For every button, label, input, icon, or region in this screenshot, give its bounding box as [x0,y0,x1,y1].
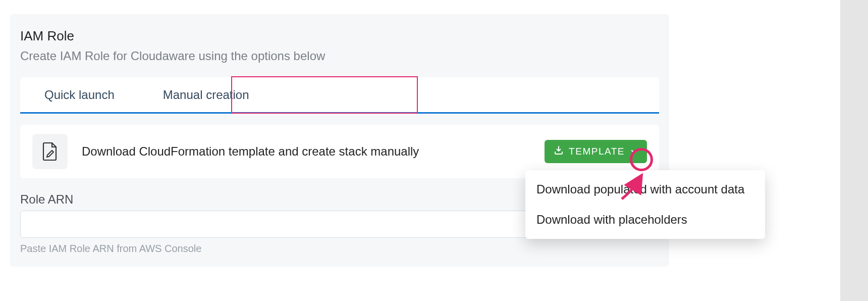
tab-quick-launch[interactable]: Quick launch [20,77,139,112]
tab-manual-creation[interactable]: Manual creation [139,77,274,112]
role-arn-helper: Paste IAM Role ARN from AWS Console [20,243,669,255]
button-label: TEMPLATE [569,146,625,157]
download-icon [554,145,564,158]
iam-role-panel: IAM Role Create IAM Role for Cloudaware … [10,14,669,267]
section-subtitle: Create IAM Role for Cloudaware using the… [20,49,669,63]
download-template-card: Download CloudFormation template and cre… [20,125,659,178]
card-description: Download CloudFormation template and cre… [82,144,530,159]
section-title: IAM Role [20,28,669,44]
tab-label: Manual creation [163,88,249,102]
chevron-down-icon [630,147,639,156]
tab-label: Quick launch [44,88,115,102]
dropdown-item-label: Download populated with account data [536,182,744,196]
template-dropdown-menu: Download populated with account data Dow… [525,170,765,239]
screenshot-frame: IAM Role Create IAM Role for Cloudaware … [0,0,868,301]
dropdown-item-label: Download with placeholders [536,213,687,226]
template-dropdown-button[interactable]: TEMPLATE [545,140,647,163]
scrollbar-gutter [840,0,868,301]
tabs-container: Quick launch Manual creation [20,77,659,114]
dropdown-download-populated[interactable]: Download populated with account data [525,174,765,205]
file-edit-icon [32,134,68,169]
dropdown-download-placeholders[interactable]: Download with placeholders [525,205,765,235]
